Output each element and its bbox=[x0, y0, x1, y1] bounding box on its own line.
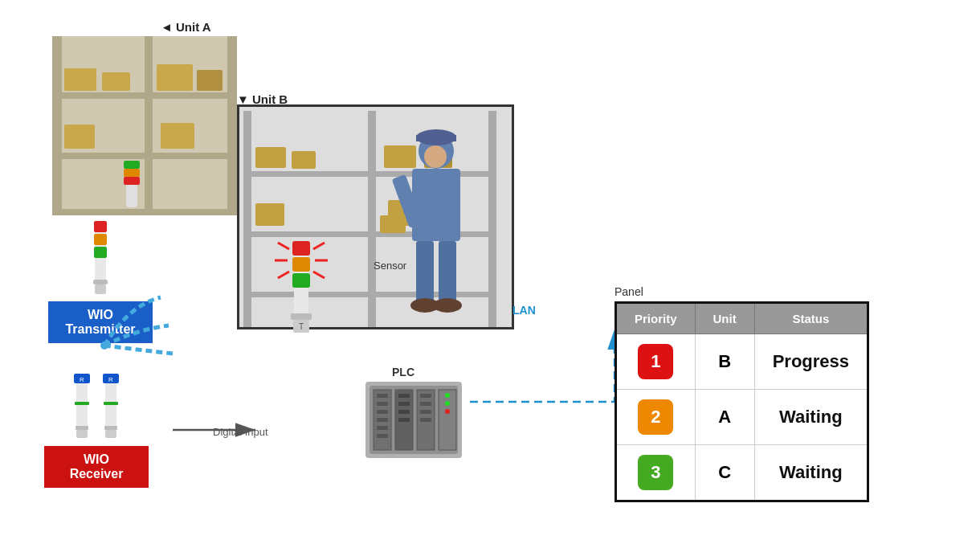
plc-device bbox=[361, 378, 466, 466]
svg-rect-84 bbox=[377, 434, 388, 438]
receiver-tower-1: R bbox=[71, 370, 93, 442]
svg-rect-34 bbox=[416, 241, 434, 305]
priority-badge: 1 bbox=[638, 344, 673, 379]
col-header-unit: Unit bbox=[695, 303, 754, 334]
svg-point-99 bbox=[445, 393, 450, 398]
lan-label: LAN bbox=[512, 304, 536, 317]
svg-line-44 bbox=[313, 243, 325, 249]
status-cell: Waiting bbox=[754, 445, 868, 501]
svg-rect-12 bbox=[161, 123, 194, 149]
table-row: 3CWaiting bbox=[616, 445, 868, 501]
table-row: 2AWaiting bbox=[616, 390, 868, 445]
svg-text:T: T bbox=[299, 322, 304, 331]
svg-rect-2 bbox=[227, 36, 237, 213]
svg-rect-69 bbox=[104, 426, 117, 430]
diagram: ◄ Unit A ▼ Unit B bbox=[0, 0, 980, 536]
svg-point-72 bbox=[100, 342, 108, 350]
svg-rect-57 bbox=[94, 247, 107, 258]
shelf-unit-a bbox=[44, 28, 249, 221]
svg-rect-81 bbox=[377, 410, 388, 414]
svg-rect-83 bbox=[377, 426, 388, 430]
svg-rect-49 bbox=[292, 257, 310, 272]
svg-rect-16 bbox=[124, 161, 140, 169]
svg-rect-1 bbox=[52, 36, 62, 213]
svg-rect-35 bbox=[439, 241, 456, 305]
svg-rect-90 bbox=[398, 418, 410, 422]
unit-cell: C bbox=[695, 445, 754, 501]
svg-rect-56 bbox=[94, 234, 107, 245]
sensor-label: Sensor bbox=[374, 260, 406, 272]
svg-rect-39 bbox=[380, 215, 406, 233]
transmitter-tower bbox=[88, 217, 112, 297]
priority-cell: 2 bbox=[616, 390, 696, 445]
panel-container: Panel Priority Unit Status 1BProgress2AW… bbox=[615, 285, 869, 502]
priority-cell: 1 bbox=[616, 334, 696, 390]
svg-rect-32 bbox=[416, 135, 456, 141]
plc-label: PLC bbox=[392, 366, 414, 378]
tower-b-signal: T bbox=[272, 233, 336, 338]
svg-line-43 bbox=[278, 272, 289, 278]
svg-rect-58 bbox=[93, 280, 108, 284]
svg-rect-33 bbox=[412, 169, 460, 241]
svg-rect-95 bbox=[420, 410, 431, 414]
svg-line-46 bbox=[313, 272, 325, 278]
col-header-priority: Priority bbox=[616, 303, 696, 334]
svg-rect-9 bbox=[157, 64, 193, 91]
svg-rect-28 bbox=[255, 203, 284, 226]
svg-rect-11 bbox=[64, 125, 95, 149]
svg-rect-7 bbox=[64, 68, 96, 91]
svg-rect-25 bbox=[292, 151, 316, 169]
svg-rect-64 bbox=[76, 430, 88, 438]
svg-rect-87 bbox=[398, 394, 410, 398]
svg-rect-93 bbox=[420, 394, 431, 398]
svg-rect-80 bbox=[377, 402, 388, 406]
svg-rect-96 bbox=[420, 418, 431, 422]
priority-badge: 2 bbox=[638, 399, 673, 435]
unit-cell: A bbox=[695, 390, 754, 445]
svg-point-40 bbox=[424, 145, 447, 168]
svg-rect-14 bbox=[124, 177, 140, 185]
svg-rect-3 bbox=[145, 36, 153, 213]
priority-badge: 3 bbox=[638, 455, 673, 490]
svg-rect-51 bbox=[291, 313, 312, 320]
svg-rect-50 bbox=[292, 273, 310, 288]
svg-rect-97 bbox=[439, 390, 456, 450]
svg-rect-8 bbox=[102, 72, 130, 91]
status-cell: Progress bbox=[754, 334, 868, 390]
svg-rect-70 bbox=[105, 430, 116, 438]
col-header-status: Status bbox=[754, 303, 868, 334]
svg-rect-48 bbox=[292, 241, 310, 256]
status-cell: Waiting bbox=[754, 390, 868, 445]
svg-rect-10 bbox=[197, 70, 223, 91]
svg-rect-15 bbox=[124, 169, 140, 177]
svg-rect-5 bbox=[52, 153, 237, 159]
svg-rect-71 bbox=[104, 402, 118, 405]
panel-table: Priority Unit Status 1BProgress2AWaiting… bbox=[615, 301, 869, 502]
svg-point-37 bbox=[433, 298, 462, 313]
svg-rect-24 bbox=[255, 147, 286, 168]
svg-rect-88 bbox=[398, 402, 410, 406]
svg-rect-82 bbox=[377, 418, 388, 422]
svg-rect-6 bbox=[52, 209, 237, 215]
svg-rect-94 bbox=[420, 402, 431, 406]
svg-line-41 bbox=[278, 243, 289, 249]
unit-cell: B bbox=[695, 334, 754, 390]
svg-text:R: R bbox=[80, 376, 84, 383]
svg-rect-26 bbox=[384, 145, 416, 168]
priority-cell: 3 bbox=[616, 445, 696, 501]
svg-rect-55 bbox=[94, 221, 107, 232]
svg-rect-63 bbox=[76, 426, 88, 430]
svg-rect-65 bbox=[75, 402, 89, 405]
svg-rect-4 bbox=[52, 92, 237, 99]
unit-a-label: ◄ Unit A bbox=[161, 20, 211, 34]
wireless-signal bbox=[96, 289, 193, 402]
table-row: 1BProgress bbox=[616, 334, 868, 390]
svg-rect-79 bbox=[377, 394, 388, 398]
panel-label: Panel bbox=[615, 285, 869, 298]
digital-input-label: Digital Input bbox=[213, 426, 268, 438]
svg-rect-89 bbox=[398, 410, 410, 414]
wio-receiver-label: WIO Receiver bbox=[44, 446, 149, 488]
svg-point-100 bbox=[445, 401, 450, 406]
svg-point-101 bbox=[445, 409, 450, 414]
